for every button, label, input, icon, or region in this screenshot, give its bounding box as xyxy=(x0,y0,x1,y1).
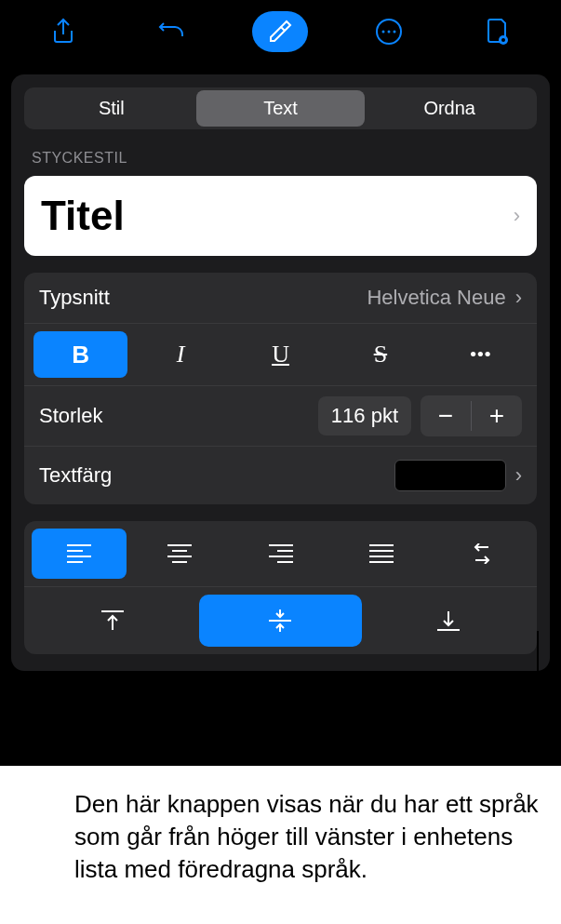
paragraph-style-row[interactable]: Titel › xyxy=(24,176,537,256)
format-button[interactable] xyxy=(252,11,308,52)
svg-point-1 xyxy=(382,31,385,33)
italic-button[interactable]: I xyxy=(133,331,227,378)
top-toolbar xyxy=(0,0,561,63)
callout-caption: Den här knappen visas när du har ett spr… xyxy=(0,766,561,886)
text-format-row: B I U S ••• xyxy=(24,324,537,386)
tab-style[interactable]: Stil xyxy=(27,90,196,127)
align-left-button[interactable] xyxy=(32,529,127,579)
format-panel: Stil Text Ordna STYCKESTIL Titel › Typsn… xyxy=(11,74,550,671)
tab-text[interactable]: Text xyxy=(196,90,366,127)
font-card: Typsnitt Helvetica Neue › B I U S ••• St… xyxy=(24,273,537,504)
align-right-button[interactable] xyxy=(233,529,327,579)
share-button[interactable] xyxy=(35,11,91,52)
valign-bottom-button[interactable] xyxy=(367,595,529,647)
paragraph-style-label: STYCKESTIL xyxy=(32,150,537,167)
format-tabs: Stil Text Ordna xyxy=(24,87,537,129)
size-increase-button[interactable]: + xyxy=(472,395,522,436)
tab-arrange[interactable]: Ordna xyxy=(365,90,534,127)
font-row[interactable]: Typsnitt Helvetica Neue › xyxy=(24,273,537,324)
align-justify-button[interactable] xyxy=(334,529,429,579)
svg-rect-23 xyxy=(269,620,291,622)
text-color-row[interactable]: Textfärg › xyxy=(24,447,537,504)
vertical-align-row xyxy=(24,587,537,654)
text-color-swatch xyxy=(394,460,506,491)
paragraph-style-value: Titel xyxy=(41,193,125,239)
size-stepper: − + xyxy=(421,395,522,436)
chevron-right-icon: › xyxy=(515,286,522,310)
more-text-options-button[interactable]: ••• xyxy=(434,331,528,378)
undo-button[interactable] xyxy=(144,11,200,52)
align-center-button[interactable] xyxy=(132,529,227,579)
bold-button[interactable]: B xyxy=(33,331,127,378)
text-color-label: Textfärg xyxy=(39,463,394,488)
chevron-right-icon: › xyxy=(514,204,520,228)
valign-middle-button[interactable] xyxy=(199,595,361,647)
chevron-right-icon: › xyxy=(515,463,522,488)
font-value: Helvetica Neue xyxy=(367,286,505,310)
underline-button[interactable]: U xyxy=(234,331,327,378)
svg-rect-24 xyxy=(437,629,460,631)
size-field[interactable]: 116 pkt xyxy=(318,396,411,435)
valign-top-button[interactable] xyxy=(32,595,194,647)
svg-point-5 xyxy=(501,38,505,42)
document-options-button[interactable] xyxy=(470,11,526,52)
svg-point-2 xyxy=(388,31,391,33)
alignment-card xyxy=(24,521,537,654)
size-decrease-button[interactable]: − xyxy=(421,395,471,436)
horizontal-align-row xyxy=(24,521,537,587)
text-direction-rtl-button[interactable] xyxy=(434,529,529,579)
more-button[interactable] xyxy=(361,11,417,52)
svg-rect-22 xyxy=(101,610,124,612)
size-row: Storlek 116 pkt − + xyxy=(24,386,537,447)
callout-line xyxy=(537,631,539,766)
svg-point-3 xyxy=(394,31,396,33)
font-label: Typsnitt xyxy=(39,286,367,310)
strikethrough-button[interactable]: S xyxy=(333,331,427,378)
size-label: Storlek xyxy=(39,404,309,428)
